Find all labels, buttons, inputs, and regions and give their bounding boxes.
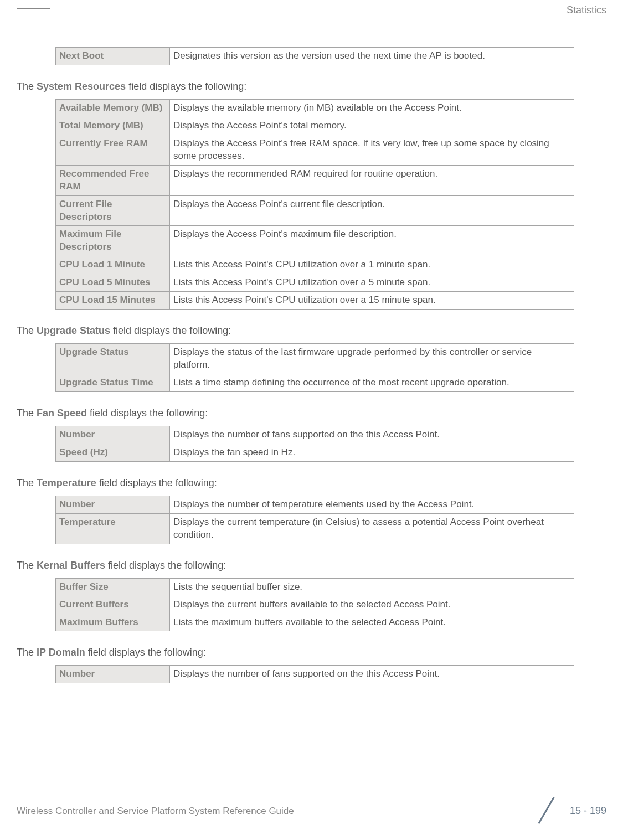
page-footer: Wireless Controller and Service Platform… xyxy=(17,798,606,823)
table-row: Currently Free RAMDisplays the Access Po… xyxy=(56,135,574,165)
table-row: Next Boot Designates this version as the… xyxy=(56,48,574,65)
intro-prefix: The xyxy=(17,647,37,658)
field-description: Lists this Access Point's CPU utilizatio… xyxy=(169,292,574,310)
field-label: Number xyxy=(56,496,170,513)
field-label: Available Memory (MB) xyxy=(56,99,170,117)
intro-suffix: field displays the following: xyxy=(96,477,217,488)
table-ip-domain: NumberDisplays the number of fans suppor… xyxy=(55,665,574,683)
field-description: Displays the number of fans supported on… xyxy=(169,666,574,683)
field-label: Buffer Size xyxy=(56,578,170,596)
table-row: NumberDisplays the number of fans suppor… xyxy=(56,666,574,683)
header-section-title: Statistics xyxy=(567,4,606,16)
header-accent-line xyxy=(17,8,50,9)
table-row: Recommended Free RAMDisplays the recomme… xyxy=(56,165,574,195)
table-row: CPU Load 15 MinutesLists this Access Poi… xyxy=(56,292,574,310)
intro-prefix: The xyxy=(17,325,37,336)
field-description: Displays the recommended RAM required fo… xyxy=(169,165,574,195)
section-intro-fan-speed: The Fan Speed field displays the followi… xyxy=(17,408,606,419)
field-label: Speed (Hz) xyxy=(56,444,170,461)
header-underline xyxy=(17,17,606,17)
field-description: Displays the fan speed in Hz. xyxy=(169,444,574,461)
intro-prefix: The xyxy=(17,408,37,419)
footer-right-group: 15 - 199 xyxy=(534,798,606,823)
field-description: Displays the Access Point's total memory… xyxy=(169,117,574,135)
intro-suffix: field displays the following: xyxy=(85,647,206,658)
table-row: CPU Load 5 MinutesLists this Access Poin… xyxy=(56,274,574,292)
field-label: Upgrade Status xyxy=(56,344,170,374)
table-next-boot: Next Boot Designates this version as the… xyxy=(55,47,574,65)
intro-prefix: The xyxy=(17,81,37,92)
field-description: Displays the number of fans supported on… xyxy=(169,426,574,444)
table-upgrade-status: Upgrade StatusDisplays the status of the… xyxy=(55,343,574,392)
field-label: Current File Descriptors xyxy=(56,195,170,226)
intro-bold-term: Fan Speed xyxy=(37,408,87,419)
intro-bold-term: Upgrade Status xyxy=(37,325,110,336)
field-label: Maximum File Descriptors xyxy=(56,226,170,256)
field-label: Next Boot xyxy=(56,48,170,65)
intro-suffix: field displays the following: xyxy=(105,560,226,571)
field-description: Displays the number of temperature eleme… xyxy=(169,496,574,513)
field-description: Displays the current temperature (in Cel… xyxy=(169,513,574,544)
field-label: Number xyxy=(56,426,170,444)
field-label: Number xyxy=(56,666,170,683)
field-description: Displays the Access Point's free RAM spa… xyxy=(169,135,574,165)
field-description: Lists this Access Point's CPU utilizatio… xyxy=(169,274,574,292)
table-kernal-buffers: Buffer SizeLists the sequential buffer s… xyxy=(55,578,574,632)
field-label: Total Memory (MB) xyxy=(56,117,170,135)
field-description: Lists the sequential buffer size. xyxy=(169,578,574,596)
intro-suffix: field displays the following: xyxy=(126,81,246,92)
intro-bold-term: Kernal Buffers xyxy=(37,560,105,571)
table-row: Current BuffersDisplays the current buff… xyxy=(56,596,574,614)
intro-bold-term: Temperature xyxy=(37,477,96,488)
intro-suffix: field displays the following: xyxy=(87,408,208,419)
field-description: Lists this Access Point's CPU utilizatio… xyxy=(169,256,574,274)
section-intro-temperature: The Temperature field displays the follo… xyxy=(17,477,606,489)
intro-bold-term: IP Domain xyxy=(37,647,85,658)
field-description: Displays the current buffers available t… xyxy=(169,596,574,614)
table-row: Current File DescriptorsDisplays the Acc… xyxy=(56,195,574,226)
page-content: Next Boot Designates this version as the… xyxy=(0,0,623,683)
field-label: Recommended Free RAM xyxy=(56,165,170,195)
section-intro-upgrade-status: The Upgrade Status field displays the fo… xyxy=(17,325,606,337)
page-number: 15 - 199 xyxy=(570,805,606,817)
table-system-resources: Available Memory (MB)Displays the availa… xyxy=(55,99,574,310)
table-row: Upgrade Status TimeLists a time stamp de… xyxy=(56,374,574,392)
field-description: Lists a time stamp defining the occurren… xyxy=(169,374,574,392)
table-row: CPU Load 1 MinuteLists this Access Point… xyxy=(56,256,574,274)
slash-icon xyxy=(534,798,559,823)
table-row: TemperatureDisplays the current temperat… xyxy=(56,513,574,544)
intro-prefix: The xyxy=(17,477,37,488)
field-label: Currently Free RAM xyxy=(56,135,170,165)
field-description: Displays the Access Point's maximum file… xyxy=(169,226,574,256)
intro-prefix: The xyxy=(17,560,37,571)
table-row: Total Memory (MB)Displays the Access Poi… xyxy=(56,117,574,135)
table-row: Maximum File DescriptorsDisplays the Acc… xyxy=(56,226,574,256)
table-row: NumberDisplays the number of fans suppor… xyxy=(56,426,574,444)
field-description: Designates this version as the version u… xyxy=(169,48,574,65)
section-intro-system-resources: The System Resources field displays the … xyxy=(17,81,606,92)
field-description: Displays the Access Point's current file… xyxy=(169,195,574,226)
table-row: Available Memory (MB)Displays the availa… xyxy=(56,99,574,117)
table-row: Speed (Hz)Displays the fan speed in Hz. xyxy=(56,444,574,461)
table-row: Upgrade StatusDisplays the status of the… xyxy=(56,344,574,374)
field-description: Displays the available memory (in MB) av… xyxy=(169,99,574,117)
section-intro-ip-domain: The IP Domain field displays the followi… xyxy=(17,647,606,658)
section-intro-kernal-buffers: The Kernal Buffers field displays the fo… xyxy=(17,560,606,571)
field-label: CPU Load 15 Minutes xyxy=(56,292,170,310)
field-description: Lists the maximum buffers available to t… xyxy=(169,614,574,631)
table-row: NumberDisplays the number of temperature… xyxy=(56,496,574,513)
intro-bold-term: System Resources xyxy=(37,81,126,92)
field-label: Maximum Buffers xyxy=(56,614,170,631)
table-row: Buffer SizeLists the sequential buffer s… xyxy=(56,578,574,596)
field-label: Current Buffers xyxy=(56,596,170,614)
table-fan-speed: NumberDisplays the number of fans suppor… xyxy=(55,426,574,462)
field-description: Displays the status of the last firmware… xyxy=(169,344,574,374)
field-label: CPU Load 1 Minute xyxy=(56,256,170,274)
table-temperature: NumberDisplays the number of temperature… xyxy=(55,496,574,544)
table-row: Maximum BuffersLists the maximum buffers… xyxy=(56,614,574,631)
footer-doc-title: Wireless Controller and Service Platform… xyxy=(17,806,294,817)
field-label: CPU Load 5 Minutes xyxy=(56,274,170,292)
intro-suffix: field displays the following: xyxy=(110,325,231,336)
field-label: Temperature xyxy=(56,513,170,544)
field-label: Upgrade Status Time xyxy=(56,374,170,392)
